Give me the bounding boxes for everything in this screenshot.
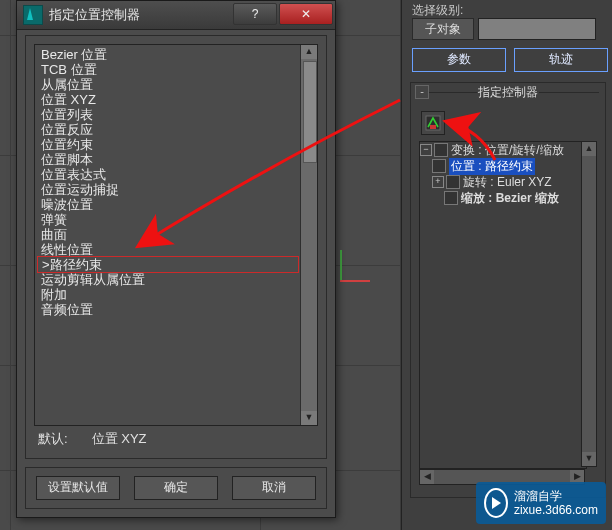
play-icon — [484, 488, 508, 518]
dialog-titlebar[interactable]: 指定位置控制器 ? ✕ — [17, 1, 335, 30]
app-icon — [23, 5, 43, 25]
tree-vertical-scrollbar[interactable]: ▲ ▼ — [581, 141, 597, 467]
list-vertical-scrollbar[interactable]: ▲ ▼ — [300, 45, 317, 425]
list-item[interactable]: 线性位置 — [37, 242, 299, 257]
list-item[interactable]: >路径约束 — [37, 256, 299, 273]
list-item[interactable]: TCB 位置 — [37, 62, 299, 77]
default-label: 默认: — [38, 430, 68, 448]
list-item[interactable]: 弹簧 — [37, 212, 299, 227]
rollout-title-text: 指定控制器 — [478, 85, 538, 99]
tree-toggle-icon[interactable]: + — [432, 176, 444, 188]
tab-parameters[interactable]: 参数 — [412, 48, 506, 72]
scale-icon — [444, 191, 458, 205]
list-item[interactable]: 位置约束 — [37, 137, 299, 152]
tree-rotation-item[interactable]: 旋转 : Euler XYZ — [463, 174, 552, 191]
dialog-body: Bezier 位置TCB 位置从属位置位置 XYZ位置列表位置反应位置约束位置脚… — [25, 35, 327, 459]
list-item[interactable]: 运动剪辑从属位置 — [37, 272, 299, 287]
watermark-name: 溜溜自学 — [514, 489, 598, 503]
list-item[interactable]: Bezier 位置 — [37, 47, 299, 62]
list-item[interactable]: 位置脚本 — [37, 152, 299, 167]
list-item[interactable]: 位置列表 — [37, 107, 299, 122]
assign-position-controller-dialog: 指定位置控制器 ? ✕ Bezier 位置TCB 位置从属位置位置 XYZ位置列… — [16, 0, 336, 518]
close-button[interactable]: ✕ — [279, 3, 333, 25]
sub-object-dropdown[interactable] — [478, 18, 596, 40]
scroll-up-icon[interactable]: ▲ — [301, 45, 317, 59]
default-value: 位置 XYZ — [92, 430, 147, 448]
tree-transform-label[interactable]: 变换 : 位置/旋转/缩放 — [451, 142, 564, 159]
list-item[interactable]: 音频位置 — [37, 302, 299, 317]
list-item[interactable]: 曲面 — [37, 227, 299, 242]
scroll-up-icon[interactable]: ▲ — [582, 142, 596, 156]
list-item[interactable]: 位置 XYZ — [37, 92, 299, 107]
assign-controller-button[interactable] — [421, 111, 445, 135]
controller-listbox[interactable]: Bezier 位置TCB 位置从属位置位置 XYZ位置列表位置反应位置约束位置脚… — [34, 44, 318, 426]
list-item[interactable]: 从属位置 — [37, 77, 299, 92]
scroll-left-icon[interactable]: ◀ — [420, 470, 434, 484]
list-item[interactable]: 位置表达式 — [37, 167, 299, 182]
set-default-button[interactable]: 设置默认值 — [36, 476, 120, 500]
controller-tree[interactable]: − 变换 : 位置/旋转/缩放 位置 : 路径约束 + 旋转 : Euler X… — [419, 141, 587, 469]
transform-icon — [434, 143, 448, 157]
assign-controller-rollout: - 指定控制器 − 变换 : 位置/旋转/缩放 位置 : 路径约束 — [410, 82, 606, 498]
watermark-url: zixue.3d66.com — [514, 503, 598, 517]
tree-toggle-icon[interactable]: − — [420, 144, 432, 156]
motion-panel: 选择级别: 子对象 参数 轨迹 - 指定控制器 − 变换 : 位置/旋转/缩放 — [401, 0, 612, 530]
position-icon — [432, 159, 446, 173]
rotation-icon — [446, 175, 460, 189]
list-item[interactable]: 位置运动捕捉 — [37, 182, 299, 197]
tree-position-item[interactable]: 位置 : 路径约束 — [449, 158, 535, 175]
list-item[interactable]: 附加 — [37, 287, 299, 302]
sub-object-button[interactable]: 子对象 — [412, 18, 474, 40]
scroll-down-icon[interactable]: ▼ — [582, 452, 596, 466]
select-level-label: 选择级别: — [412, 2, 463, 19]
tree-scale-item[interactable]: 缩放 : Bezier 缩放 — [461, 190, 559, 207]
ok-button[interactable]: 确定 — [134, 476, 218, 500]
scroll-down-icon[interactable]: ▼ — [301, 411, 317, 425]
dialog-footer: 设置默认值 确定 取消 — [25, 467, 327, 509]
help-button[interactable]: ? — [233, 3, 277, 25]
scroll-thumb[interactable] — [303, 61, 317, 163]
svg-rect-1 — [430, 125, 436, 129]
rollout-collapse-icon[interactable]: - — [415, 85, 429, 99]
cancel-button[interactable]: 取消 — [232, 476, 316, 500]
dialog-title: 指定位置控制器 — [49, 6, 233, 24]
tab-trajectories[interactable]: 轨迹 — [514, 48, 608, 72]
list-item[interactable]: 位置反应 — [37, 122, 299, 137]
list-item[interactable]: 噪波位置 — [37, 197, 299, 212]
watermark: 溜溜自学 zixue.3d66.com — [476, 482, 606, 524]
